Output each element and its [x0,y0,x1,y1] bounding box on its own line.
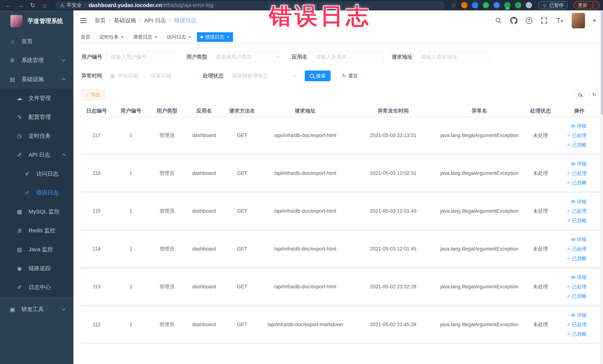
reset-button[interactable]: ↻ 重置 [337,70,363,81]
tab-首页[interactable]: 首页 [77,32,94,42]
update-pill[interactable]: 更新 ⋮ [574,1,600,9]
action-详细[interactable]: 详细 [571,274,587,281]
close-icon[interactable]: × [188,34,191,40]
eye-icon [571,125,575,127]
action-详细[interactable]: 详细 [571,161,587,167]
toolbar-right: ↻ [575,90,600,100]
action-详细[interactable]: 详细 [571,123,587,129]
action-已处理[interactable]: ✓已处理 [567,208,587,214]
avatar-caret-icon[interactable]: ▾ [593,18,596,23]
sidebar-item-mysql-monitor[interactable]: ▦MySQL 监控 [0,202,73,221]
action-已处理[interactable]: ✓已处理 [567,246,587,252]
toggle-search-button[interactable] [575,90,585,100]
table-cell: /api/infra/db-doc/export-markdown [261,322,350,328]
address-divider [85,3,85,8]
user-id-input[interactable] [106,52,178,62]
user-type-select[interactable]: 请选择用户类型 [211,52,284,62]
close-icon[interactable]: × [121,34,124,40]
sidebar-item-log-center[interactable]: ✐日志中心 [0,278,73,297]
sidebar-item-file-manage-label: 文件管理 [29,94,51,102]
ext-grid-icon[interactable]: ∷ [493,2,500,8]
bookmark-star-icon[interactable]: ☆ [451,2,457,8]
sidebar-item-home[interactable]: ⌂首页 [0,32,73,51]
table-cell: 112 [81,322,112,328]
action-已忽略[interactable]: ✓已忽略 [567,217,587,224]
window-scrollbar[interactable] [600,10,603,364]
ext-green-check-icon[interactable]: ✓ [483,2,489,8]
eye-icon [571,238,575,241]
tab-访问日志[interactable]: 访问日志× [163,32,195,42]
ext-leaf-icon[interactable] [515,2,521,8]
action-详细[interactable]: 详细 [571,312,587,318]
security-warning-icon[interactable]: ⚠ [60,2,64,8]
process-status-select[interactable]: 请选择处理状态 [228,70,300,81]
sidebar-item-config-manage[interactable]: ✎配置管理 [0,107,73,127]
action-label: 已忽略 [572,217,587,224]
sidebar-logo[interactable]: 芋道管理系统 [0,10,73,32]
github-icon[interactable] [510,17,518,24]
row-actions: 详细✓已处理✓已忽略 [559,274,600,299]
action-已处理[interactable]: ✓已处理 [567,170,587,176]
font-size-icon[interactable] [556,17,564,24]
sidebar-item-infra[interactable]: ▤基础设施 [0,70,73,89]
tab-错误日志[interactable]: 错误日志× [197,32,233,42]
close-icon[interactable]: × [155,34,157,40]
action-已忽略[interactable]: ✓已忽略 [567,293,587,299]
request-url-input[interactable] [417,52,489,62]
sidebar-item-api-log-label: API 日志 [29,151,50,159]
hamburger-icon[interactable] [80,18,87,23]
action-已忽略[interactable]: ✓已忽略 [567,179,587,186]
browser-forward-icon[interactable]: → [16,0,25,10]
sidebar-item-api-log[interactable]: ✐API 日志 [0,145,73,164]
sidebar-item-scheduled-jobs-label: 定时任务 [29,132,51,140]
action-详细[interactable]: 详细 [571,199,587,205]
close-icon[interactable]: × [227,34,230,40]
sidebar-item-system[interactable]: ⚙系统管理 [0,51,73,70]
sidebar-item-access-log[interactable]: ✐访问日志 [0,164,73,183]
app-name-input[interactable] [312,52,384,62]
toolbar-row: ↓ 导出 ↻ [81,89,600,100]
table-cell: 114 [81,246,112,252]
table-cell: java.lang.IllegalArgumentException [437,170,522,176]
user-avatar[interactable] [572,13,585,28]
ext-blue-drop-icon[interactable] [472,2,478,8]
ext-orange-icon[interactable] [461,2,467,8]
tab-定时任务[interactable]: 定时任务× [96,32,127,42]
action-已忽略[interactable]: ✓已忽略 [567,331,587,337]
address-bar[interactable]: ⚠ 不安全 dashboard.yudao.iocoder.cn /infra/… [55,1,445,9]
breadcrumb-item[interactable]: 基础设施 [114,17,136,24]
action-已忽略[interactable]: ✓已忽略 [567,255,587,262]
sidebar-item-system-label: 系统管理 [22,57,44,64]
sidebar-item-file-manage[interactable]: ☁文件管理 [0,89,73,107]
sidebar-item-java-monitor[interactable]: ▥Java 监控 [0,240,73,259]
refresh-table-button[interactable]: ↻ [589,90,600,100]
sidebar-item-devtools[interactable]: ▣研发工具 [0,300,73,319]
action-详细[interactable]: 详细 [571,236,587,243]
sidebar-item-error-log[interactable]: ✐错误日志 [0,183,73,202]
action-已忽略[interactable]: ✓已忽略 [567,142,587,148]
action-label: 已处理 [572,170,587,176]
tab-调度日志[interactable]: 调度日志× [129,32,161,42]
action-已处理[interactable]: ✓已处理 [567,283,587,290]
search-button[interactable]: 搜索 [305,70,331,81]
browser-menu-icon[interactable]: ⋮ [590,2,596,8]
export-button[interactable]: ↓ 导出 [81,89,105,100]
sidebar-item-redis-monitor[interactable]: ≣Redis 监控 [0,221,73,240]
action-已处理[interactable]: ✓已处理 [567,321,587,328]
breadcrumb-item[interactable]: 首页 [94,17,106,24]
search-icon[interactable] [495,17,502,24]
action-已处理[interactable]: ✓已处理 [567,132,587,139]
browser-back-icon[interactable]: ← [3,0,13,10]
breadcrumb-item[interactable]: API 日志 [144,17,166,24]
paused-pill[interactable]: ☺ 已暂停 [538,1,568,9]
ext-on-badge-icon[interactable]: on [504,2,510,8]
scrollbar-thumb[interactable] [601,11,603,115]
exception-time-range[interactable]: ▦ 开始日期 - 结束日期 [106,70,195,81]
fullscreen-icon[interactable] [541,17,548,24]
sidebar-item-scheduled-jobs[interactable]: ◷定时任务 [0,127,73,145]
help-icon[interactable]: ? [526,17,532,24]
sidebar-item-trace[interactable]: ◉链路追踪 [0,259,73,278]
browser-reload-icon[interactable]: ↻ [28,0,37,10]
browser-home-icon[interactable]: ⌂ [40,0,50,10]
extensions-puzzle-icon[interactable] [526,2,532,8]
